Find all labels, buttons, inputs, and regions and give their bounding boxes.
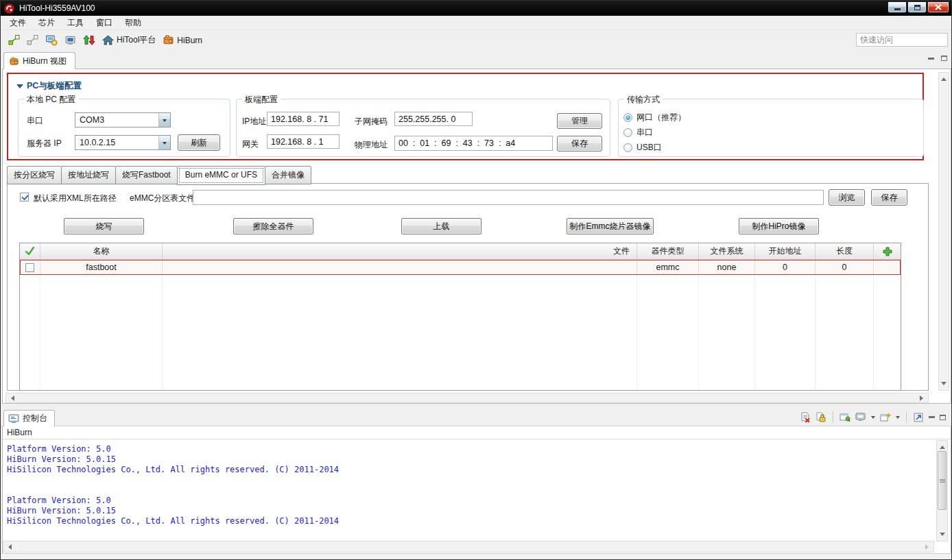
close-window-button[interactable] <box>927 1 949 13</box>
check-header-icon <box>20 243 40 259</box>
transfer-arrows-icon[interactable] <box>80 32 99 48</box>
partition-file-input[interactable] <box>193 190 824 205</box>
maximize-view-icon[interactable] <box>941 56 947 61</box>
tab-hiburn-view[interactable]: HiBurn 视图 <box>3 52 75 69</box>
server-ip-value: 10.0.2.15 <box>75 136 158 149</box>
serial-port-select[interactable]: COM3 <box>75 112 171 127</box>
hiburn-icon <box>163 34 174 46</box>
scroll-left-icon[interactable] <box>8 395 14 401</box>
maximize-window-button[interactable] <box>907 1 927 13</box>
hiburn-label: HiBurn <box>177 36 202 45</box>
disconnect-icon[interactable] <box>23 32 42 48</box>
row-length: 0 <box>816 260 874 275</box>
hiburn-button[interactable]: HiBurn <box>159 32 206 48</box>
add-row-icon[interactable] <box>874 243 901 259</box>
tab-burn-4[interactable]: 合并镜像 <box>265 166 311 184</box>
table-row[interactable]: fastboot emmc none 0 0 <box>20 260 901 275</box>
board-group-title: 板端配置 <box>242 94 281 106</box>
minimize-window-button[interactable] <box>888 1 907 13</box>
tab-burn-1[interactable]: 按地址烧写 <box>61 166 116 184</box>
computer-config-icon[interactable] <box>42 32 61 48</box>
local-pc-group-title: 本地 PC 配置 <box>24 94 78 106</box>
main-horizontal-scrollbar[interactable] <box>5 393 929 403</box>
console-output[interactable]: Platform Version: 5.0HiBurn Version: 5.0… <box>3 440 933 541</box>
col-header-name[interactable]: 名称 <box>40 243 163 259</box>
board-ip-input[interactable] <box>267 112 340 126</box>
maximize-panel-icon[interactable] <box>940 415 946 420</box>
console-tab-bar: 控制台 <box>1 408 952 426</box>
scroll-up-icon[interactable] <box>941 75 947 81</box>
hitool-platform-label: HiTool平台 <box>117 34 156 46</box>
quick-access-input[interactable] <box>856 33 948 47</box>
hitool-platform-button[interactable]: HiTool平台 <box>99 32 159 48</box>
clear-console-icon[interactable] <box>800 412 811 423</box>
xml-path-checkbox[interactable] <box>20 193 29 202</box>
browse-button[interactable]: 浏览 <box>829 189 865 206</box>
serial-port-value: COM3 <box>75 113 158 127</box>
minimize-view-icon[interactable] <box>928 58 934 60</box>
action-button-2[interactable]: 上载 <box>401 218 481 234</box>
menu-item-3[interactable]: 窗口 <box>90 16 119 30</box>
display-console-icon[interactable] <box>855 412 866 423</box>
console-vertical-scrollbar[interactable] <box>936 440 948 541</box>
scroll-right-icon[interactable] <box>925 544 931 550</box>
board-ip-label: IP地址 <box>242 116 266 127</box>
refresh-button[interactable]: 刷新 <box>178 134 220 151</box>
action-button-1[interactable]: 擦除全器件 <box>233 218 313 234</box>
gateway-input[interactable] <box>267 134 340 149</box>
scroll-lock-icon[interactable] <box>816 412 826 423</box>
mac-address-input[interactable] <box>394 136 553 151</box>
transfer-option-0[interactable]: 网口（推荐） <box>623 110 686 124</box>
tab-burn-3[interactable]: Burn eMMC or UFS <box>177 166 265 185</box>
burn-emmc-panel: 默认采用XML所在路径 eMMC分区表文件 浏览 保存 烧写擦除全器件上载制作E… <box>7 183 929 391</box>
board-save-button[interactable]: 保存 <box>557 136 602 151</box>
open-console-icon[interactable] <box>880 412 891 423</box>
minimize-panel-icon[interactable] <box>929 416 935 418</box>
col-header-length[interactable]: 长度 <box>816 243 874 259</box>
tab-console[interactable]: 控制台 <box>3 410 55 426</box>
config-section-header[interactable]: PC与板端配置 <box>16 80 82 92</box>
transfer-option-1[interactable]: 串口 <box>623 125 686 139</box>
row-start-address: 0 <box>755 260 816 275</box>
collapse-triangle-icon <box>16 84 23 92</box>
chevron-down-icon[interactable] <box>871 416 875 421</box>
remote-screen-icon[interactable] <box>61 32 80 48</box>
main-vertical-scrollbar[interactable] <box>938 72 949 391</box>
pc-board-config-section: PC与板端配置 本地 PC 配置 串口 COM3 服务器 IP 10.0.2.1… <box>7 73 924 160</box>
detach-view-icon[interactable] <box>913 412 924 423</box>
action-button-3[interactable]: 制作Emmc烧片器镜像 <box>567 218 654 234</box>
row-checkbox[interactable] <box>25 263 34 272</box>
console-horizontal-scrollbar[interactable] <box>3 541 934 552</box>
action-button-4[interactable]: 制作HiPro镜像 <box>739 218 819 234</box>
server-ip-select[interactable]: 10.0.2.15 <box>75 135 171 150</box>
subnet-mask-input[interactable] <box>394 112 473 126</box>
menu-item-0[interactable]: 文件 <box>3 16 32 30</box>
menu-item-1[interactable]: 芯片 <box>32 16 61 30</box>
col-header-device-type[interactable]: 器件类型 <box>637 243 699 259</box>
connect-icon[interactable] <box>5 32 23 48</box>
scroll-down-icon[interactable] <box>940 533 945 539</box>
tab-burn-0[interactable]: 按分区烧写 <box>7 166 62 184</box>
menu-item-4[interactable]: 帮助 <box>119 16 147 30</box>
col-header-file-system[interactable]: 文件系统 <box>699 243 755 259</box>
menu-item-2[interactable]: 工具 <box>61 16 90 30</box>
scroll-left-icon[interactable] <box>5 544 12 550</box>
scroll-right-icon[interactable] <box>920 395 926 401</box>
col-header-start-address[interactable]: 开始地址 <box>755 243 816 259</box>
chevron-down-icon <box>158 113 170 127</box>
partition-save-button[interactable]: 保存 <box>871 189 907 206</box>
scroll-up-icon[interactable] <box>940 443 945 449</box>
tab-burn-2[interactable]: 烧写Fastboot <box>115 166 178 184</box>
window-bottom-strip <box>1 553 952 560</box>
col-header-file[interactable]: 文件 <box>163 243 637 259</box>
action-button-0[interactable]: 烧写 <box>64 218 144 234</box>
pin-console-icon[interactable] <box>840 412 850 423</box>
radio-icon <box>623 143 632 152</box>
scroll-down-icon[interactable] <box>941 382 947 388</box>
manage-button[interactable]: 管理 <box>557 113 602 129</box>
transfer-option-2[interactable]: USB口 <box>623 141 686 154</box>
maximize-icon <box>914 5 920 10</box>
chevron-down-icon[interactable] <box>896 416 900 421</box>
table-header-row: 名称 文件 器件类型 文件系统 开始地址 长度 <box>20 243 901 260</box>
scrollbar-thumb[interactable] <box>938 451 947 510</box>
